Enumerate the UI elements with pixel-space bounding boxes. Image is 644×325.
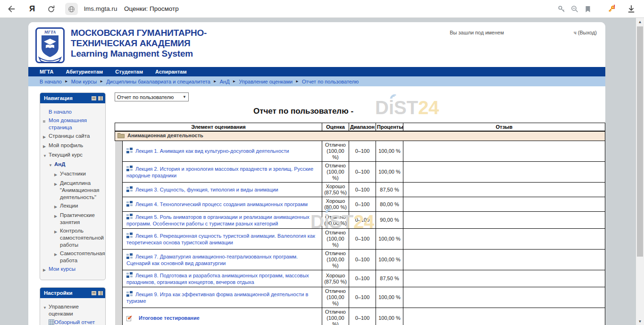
sidebar-item-label[interactable]: Лекции bbox=[60, 202, 78, 209]
grade-feedback bbox=[403, 162, 605, 183]
breadcrumb-separator: ► bbox=[65, 79, 68, 83]
back-icon[interactable] bbox=[7, 4, 16, 14]
breadcrumb-link[interactable]: Дисциплины бакалавриата и специалитета bbox=[106, 79, 210, 84]
expand-icon[interactable]: ▶ bbox=[54, 212, 60, 220]
grade-item-link[interactable]: Лекция 7. Драматургия анимационно-театра… bbox=[126, 254, 298, 266]
sidebar-item-label[interactable]: Контроль самостоятельной работы bbox=[60, 227, 104, 249]
grade-item-link[interactable]: Лекция 9. Игра как эффективная форма ани… bbox=[126, 292, 308, 304]
collapse-icon[interactable]: ▼ bbox=[49, 161, 54, 169]
url-text[interactable]: lms.mgta.ru bbox=[84, 5, 117, 12]
grade-range: 0–100 bbox=[349, 270, 376, 287]
expand-icon[interactable]: ▶ bbox=[54, 227, 60, 235]
page-scrollbar[interactable]: ▲ ▼ bbox=[636, 18, 644, 325]
sidebar-item-label[interactable]: Управление оценками bbox=[49, 303, 103, 317]
expand-icon[interactable]: ▶ bbox=[43, 133, 49, 141]
sidebar-item[interactable]: ▶Мои курсы bbox=[42, 266, 103, 274]
sidebar-item[interactable]: ▶Дисциплина "Анимационная деятельность" bbox=[42, 180, 103, 201]
sidebar-item[interactable]: ▼АнД bbox=[42, 161, 103, 169]
sidebar-item-label[interactable]: Мои курсы bbox=[49, 266, 75, 273]
scroll-up-icon[interactable]: ▲ bbox=[636, 18, 644, 25]
site-icon-chip[interactable] bbox=[65, 3, 78, 15]
sidebar-item[interactable]: ▶Мой профиль bbox=[42, 142, 103, 150]
refresh-icon[interactable] bbox=[46, 4, 56, 14]
expand-icon[interactable]: ▶ bbox=[54, 170, 60, 178]
sidebar-item-label[interactable]: Обзорный отчет bbox=[54, 319, 95, 325]
sidebar-item-label[interactable]: Дисциплина "Анимационная деятельность" bbox=[60, 180, 103, 201]
sidebar-item-label[interactable]: АнД bbox=[54, 161, 65, 168]
sidebar-item[interactable]: ▶Практические занятия bbox=[42, 212, 103, 226]
sidebar-item[interactable]: ▶Контроль самостоятельной работы bbox=[42, 227, 103, 249]
nav-item[interactable]: Абитуриентам bbox=[66, 69, 103, 75]
grade-value: Отлично(100,00 %) bbox=[322, 308, 349, 325]
grade-value: Отлично(100,00 %) bbox=[322, 287, 349, 308]
sidebar-item-label[interactable]: Мой профиль bbox=[49, 142, 83, 149]
sidebar-item[interactable]: ▼Управление оценками bbox=[42, 303, 103, 317]
grade-item-link[interactable]: Лекция 6. Рекреационная сущность туристс… bbox=[126, 233, 315, 245]
yandex-icon[interactable]: Я bbox=[27, 4, 37, 14]
zoom-page-icon[interactable] bbox=[570, 4, 579, 14]
logout-link[interactable]: ч (Выход) bbox=[574, 30, 597, 35]
grade-item-link[interactable]: Лекция 2. История и хронология массовых … bbox=[126, 166, 313, 178]
block-dock-icon[interactable] bbox=[98, 96, 103, 100]
expand-icon[interactable]: ▶ bbox=[54, 202, 60, 210]
col-header-range: Диапазон bbox=[349, 123, 376, 131]
grade-item-link[interactable]: Лекция 8. Подготовка и разработка анимац… bbox=[126, 273, 309, 285]
block-dock-icon[interactable] bbox=[98, 291, 103, 295]
browser-toolbar: Я lms.mgta.ru Оценки: Просмотр ! bbox=[0, 0, 644, 18]
sidebar-item[interactable]: ▶Страницы сайта bbox=[42, 133, 103, 141]
sidebar-item-label[interactable]: Самостоятельная работа bbox=[60, 250, 105, 264]
sidebar-item[interactable]: В начало bbox=[42, 108, 103, 116]
breadcrumb-link[interactable]: Мои курсы bbox=[71, 79, 97, 84]
expand-icon[interactable]: ▶ bbox=[54, 250, 60, 258]
sidebar-item-label[interactable]: Страницы сайта bbox=[49, 133, 90, 140]
breadcrumb-link[interactable]: АнД bbox=[220, 79, 230, 84]
grade-row: Лекция 3. Сущность, функция, типология и… bbox=[115, 183, 605, 197]
expand-icon[interactable]: ▶ bbox=[54, 180, 60, 188]
lesson-icon bbox=[126, 188, 133, 193]
grade-range: 0–100 bbox=[349, 250, 376, 270]
sidebar-item[interactable]: ▶Участники bbox=[42, 170, 103, 178]
mgta-logo[interactable]: МГТА bbox=[35, 27, 65, 65]
expand-icon[interactable]: ▶ bbox=[43, 142, 49, 150]
nav-item[interactable]: МГТА bbox=[40, 69, 53, 75]
sidebar-item-label[interactable]: Моя домашняя страница bbox=[49, 117, 103, 131]
scroll-down-icon[interactable]: ▼ bbox=[636, 317, 644, 325]
scrollbar-thumb[interactable] bbox=[637, 26, 643, 257]
report-type-select[interactable]: Отчет по пользователю▼ bbox=[115, 92, 189, 101]
grade-item-link[interactable]: Итоговое тестирование bbox=[139, 315, 200, 321]
block-collapse-icon[interactable] bbox=[92, 96, 96, 100]
bookmark-icon[interactable] bbox=[583, 4, 593, 14]
collapse-icon[interactable]: ▼ bbox=[43, 303, 49, 311]
sidebar-item[interactable]: ▶Самостоятельная работа bbox=[42, 250, 103, 264]
expand-icon[interactable]: ▶ bbox=[43, 266, 49, 274]
sidebar-item-label[interactable]: Практические занятия bbox=[60, 212, 103, 226]
breadcrumb-link[interactable]: Управление оценками bbox=[239, 79, 293, 84]
sidebar-item-label[interactable]: В начало bbox=[49, 108, 72, 116]
sidebar-item[interactable]: ▼Текущий курс bbox=[42, 151, 103, 159]
sidebar-item[interactable]: Обзорный отчет bbox=[42, 319, 103, 325]
breadcrumb-link[interactable]: Отчет по пользователю bbox=[302, 79, 359, 84]
checkmark-icon: ✔ bbox=[126, 316, 136, 322]
grade-row: Лекция 5. Роль аниматоров в организации … bbox=[115, 212, 605, 229]
grade-feedback bbox=[403, 270, 605, 287]
grade-item-link[interactable]: Лекция 3. Сущность, функция, типология и… bbox=[135, 187, 278, 192]
grade-item-link[interactable]: Лекция 5. Роль аниматоров в организации … bbox=[126, 214, 309, 226]
nav-item[interactable]: Аспирантам bbox=[155, 69, 186, 75]
sidebar-item[interactable]: ▶Лекции bbox=[42, 202, 103, 210]
sidebar-item-label[interactable]: Участники bbox=[60, 170, 86, 177]
collapse-icon[interactable]: ▼ bbox=[43, 151, 49, 159]
grade-item-link[interactable]: Лекция 4. Технологический процесс создан… bbox=[135, 201, 308, 207]
sidebar-item-label[interactable]: Текущий курс bbox=[49, 151, 83, 158]
breadcrumb-link[interactable]: В начало bbox=[40, 79, 62, 84]
download-icon[interactable] bbox=[627, 4, 636, 14]
grade-range: 0–100 bbox=[349, 212, 376, 229]
block-collapse-icon[interactable] bbox=[92, 291, 96, 295]
grade-feedback bbox=[403, 250, 605, 270]
nav-item[interactable]: Студентам bbox=[115, 69, 143, 75]
grade-item-link[interactable]: Лекция 1. Анимация как вид культурно-дос… bbox=[135, 148, 289, 154]
protect-key-icon[interactable] bbox=[557, 4, 566, 14]
sidebar-item[interactable]: Моя домашняя страница bbox=[42, 117, 103, 131]
lesson-icon bbox=[126, 292, 133, 298]
grade-range: 0–100 bbox=[349, 141, 376, 162]
category-row: Анимационная деятельность bbox=[115, 131, 605, 141]
